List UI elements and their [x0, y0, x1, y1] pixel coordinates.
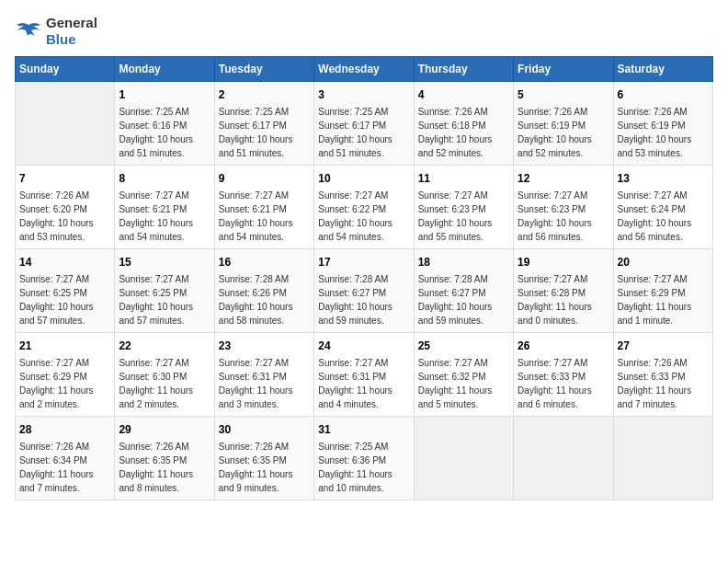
day-info: Sunrise: 7:25 AMSunset: 6:16 PMDaylight:…: [119, 105, 210, 160]
week-row-2: 7Sunrise: 7:26 AMSunset: 6:20 PMDaylight…: [16, 166, 713, 249]
day-number: 29: [119, 421, 210, 438]
week-row-1: 1Sunrise: 7:25 AMSunset: 6:16 PMDaylight…: [16, 82, 713, 166]
day-number: 21: [19, 338, 110, 354]
day-info: Sunrise: 7:25 AMSunset: 6:17 PMDaylight:…: [318, 105, 409, 160]
calendar-cell: 1Sunrise: 7:25 AMSunset: 6:16 PMDaylight…: [115, 82, 214, 166]
day-number: 18: [418, 254, 509, 270]
calendar-cell: [16, 82, 115, 166]
day-number: 7: [19, 170, 110, 187]
day-info: Sunrise: 7:27 AMSunset: 6:33 PMDaylight:…: [518, 356, 609, 411]
calendar-header-row: SundayMondayTuesdayWednesdayThursdayFrid…: [16, 57, 713, 82]
day-number: 28: [19, 421, 110, 438]
calendar-cell: 17Sunrise: 7:28 AMSunset: 6:27 PMDayligh…: [314, 249, 414, 333]
calendar-cell: 16Sunrise: 7:28 AMSunset: 6:26 PMDayligh…: [214, 249, 313, 333]
header-monday: Monday: [115, 57, 214, 82]
calendar-cell: 30Sunrise: 7:26 AMSunset: 6:35 PMDayligh…: [214, 417, 313, 500]
calendar-cell: 10Sunrise: 7:27 AMSunset: 6:22 PMDayligh…: [314, 166, 414, 249]
day-info: Sunrise: 7:27 AMSunset: 6:29 PMDaylight:…: [19, 356, 110, 411]
day-info: Sunrise: 7:27 AMSunset: 6:25 PMDaylight:…: [19, 272, 110, 327]
logo-bird-icon: [15, 17, 42, 45]
day-number: 30: [219, 421, 310, 438]
day-number: 11: [418, 170, 509, 187]
day-number: 13: [618, 170, 709, 187]
day-info: Sunrise: 7:26 AMSunset: 6:19 PMDaylight:…: [518, 105, 609, 160]
day-number: 5: [518, 86, 609, 103]
calendar-cell: [613, 417, 712, 500]
logo-text-blue: Blue: [46, 31, 76, 47]
day-number: 26: [518, 338, 609, 354]
day-number: 14: [19, 254, 110, 270]
day-number: 10: [318, 170, 409, 187]
calendar-cell: 2Sunrise: 7:25 AMSunset: 6:17 PMDaylight…: [214, 82, 313, 166]
header-friday: Friday: [514, 57, 613, 82]
calendar-cell: 28Sunrise: 7:26 AMSunset: 6:34 PMDayligh…: [16, 417, 115, 500]
day-number: 12: [518, 170, 609, 187]
week-row-5: 28Sunrise: 7:26 AMSunset: 6:34 PMDayligh…: [16, 417, 713, 500]
day-number: 20: [618, 254, 709, 270]
calendar-cell: 18Sunrise: 7:28 AMSunset: 6:27 PMDayligh…: [414, 249, 513, 333]
day-info: Sunrise: 7:27 AMSunset: 6:24 PMDaylight:…: [618, 189, 709, 244]
calendar-cell: 26Sunrise: 7:27 AMSunset: 6:33 PMDayligh…: [514, 333, 613, 417]
day-info: Sunrise: 7:26 AMSunset: 6:34 PMDaylight:…: [19, 440, 110, 495]
day-info: Sunrise: 7:27 AMSunset: 6:28 PMDaylight:…: [518, 272, 609, 327]
day-info: Sunrise: 7:26 AMSunset: 6:35 PMDaylight:…: [119, 440, 210, 495]
calendar-cell: 5Sunrise: 7:26 AMSunset: 6:19 PMDaylight…: [514, 82, 613, 166]
header-thursday: Thursday: [414, 57, 513, 82]
calendar-cell: 29Sunrise: 7:26 AMSunset: 6:35 PMDayligh…: [115, 417, 214, 500]
day-number: 31: [318, 421, 409, 438]
day-info: Sunrise: 7:25 AMSunset: 6:17 PMDaylight:…: [219, 105, 310, 160]
day-number: 17: [318, 254, 409, 270]
day-info: Sunrise: 7:26 AMSunset: 6:20 PMDaylight:…: [19, 189, 110, 244]
day-number: 19: [518, 254, 609, 270]
day-info: Sunrise: 7:27 AMSunset: 6:23 PMDaylight:…: [518, 189, 609, 244]
day-number: 15: [119, 254, 210, 270]
day-info: Sunrise: 7:26 AMSunset: 6:18 PMDaylight:…: [418, 105, 509, 160]
day-number: 16: [219, 254, 310, 270]
day-info: Sunrise: 7:26 AMSunset: 6:19 PMDaylight:…: [618, 105, 709, 160]
header-saturday: Saturday: [613, 57, 712, 82]
calendar-cell: 19Sunrise: 7:27 AMSunset: 6:28 PMDayligh…: [514, 249, 613, 333]
day-number: 25: [418, 338, 509, 354]
day-info: Sunrise: 7:28 AMSunset: 6:27 PMDaylight:…: [418, 272, 509, 327]
day-number: 6: [618, 86, 709, 103]
calendar-cell: 25Sunrise: 7:27 AMSunset: 6:32 PMDayligh…: [414, 333, 513, 417]
day-info: Sunrise: 7:27 AMSunset: 6:23 PMDaylight:…: [418, 189, 509, 244]
calendar-cell: 22Sunrise: 7:27 AMSunset: 6:30 PMDayligh…: [115, 333, 214, 417]
logo-text-general: General: [46, 15, 97, 30]
day-number: 9: [219, 170, 310, 187]
calendar-cell: 11Sunrise: 7:27 AMSunset: 6:23 PMDayligh…: [414, 166, 513, 249]
day-info: Sunrise: 7:27 AMSunset: 6:31 PMDaylight:…: [318, 356, 409, 411]
day-info: Sunrise: 7:26 AMSunset: 6:33 PMDaylight:…: [618, 356, 709, 411]
calendar-cell: 7Sunrise: 7:26 AMSunset: 6:20 PMDaylight…: [16, 166, 115, 249]
day-info: Sunrise: 7:27 AMSunset: 6:29 PMDaylight:…: [618, 272, 709, 327]
calendar-cell: 15Sunrise: 7:27 AMSunset: 6:25 PMDayligh…: [115, 249, 214, 333]
day-number: 1: [119, 86, 210, 103]
calendar-cell: 8Sunrise: 7:27 AMSunset: 6:21 PMDaylight…: [115, 166, 214, 249]
day-info: Sunrise: 7:28 AMSunset: 6:27 PMDaylight:…: [318, 272, 409, 327]
day-number: 22: [119, 338, 210, 354]
day-info: Sunrise: 7:27 AMSunset: 6:32 PMDaylight:…: [418, 356, 509, 411]
calendar-cell: 14Sunrise: 7:27 AMSunset: 6:25 PMDayligh…: [16, 249, 115, 333]
calendar-cell: 12Sunrise: 7:27 AMSunset: 6:23 PMDayligh…: [514, 166, 613, 249]
calendar-cell: 4Sunrise: 7:26 AMSunset: 6:18 PMDaylight…: [414, 82, 513, 166]
page-header: General Blue: [15, 15, 713, 47]
calendar-cell: 31Sunrise: 7:25 AMSunset: 6:36 PMDayligh…: [314, 417, 414, 500]
calendar-cell: [514, 417, 613, 500]
day-number: 4: [418, 86, 509, 103]
day-number: 8: [119, 170, 210, 187]
day-number: 23: [219, 338, 310, 354]
calendar-cell: 3Sunrise: 7:25 AMSunset: 6:17 PMDaylight…: [314, 82, 414, 166]
day-info: Sunrise: 7:27 AMSunset: 6:25 PMDaylight:…: [119, 272, 210, 327]
calendar-table: SundayMondayTuesdayWednesdayThursdayFrid…: [15, 56, 713, 500]
day-info: Sunrise: 7:26 AMSunset: 6:35 PMDaylight:…: [219, 440, 310, 495]
week-row-4: 21Sunrise: 7:27 AMSunset: 6:29 PMDayligh…: [16, 333, 713, 417]
calendar-cell: 6Sunrise: 7:26 AMSunset: 6:19 PMDaylight…: [613, 82, 712, 166]
calendar-cell: 24Sunrise: 7:27 AMSunset: 6:31 PMDayligh…: [314, 333, 414, 417]
calendar-cell: 21Sunrise: 7:27 AMSunset: 6:29 PMDayligh…: [16, 333, 115, 417]
day-info: Sunrise: 7:27 AMSunset: 6:21 PMDaylight:…: [219, 189, 310, 244]
calendar-cell: 13Sunrise: 7:27 AMSunset: 6:24 PMDayligh…: [613, 166, 712, 249]
day-number: 3: [318, 86, 409, 103]
day-info: Sunrise: 7:27 AMSunset: 6:22 PMDaylight:…: [318, 189, 409, 244]
day-number: 2: [219, 86, 310, 103]
day-number: 24: [318, 338, 409, 354]
